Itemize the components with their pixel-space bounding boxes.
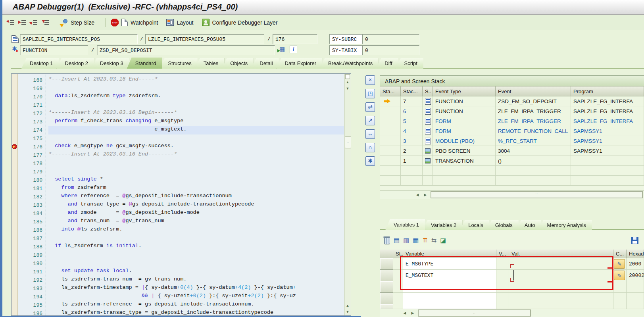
tab-script[interactable]: Script [396,58,423,69]
stack-program-cell[interactable]: SAPLZLE_FG_INTERFA [571,96,644,106]
link-tool-icon[interactable]: ∩ [365,143,375,152]
variable-name-cell[interactable] [403,293,496,304]
code-line[interactable]: if ls_zsdrefsrm is initial. [48,243,344,251]
scrollbar-thumb[interactable]: ∷ [418,310,531,316]
tab-standard[interactable]: Standard [127,58,162,69]
editor-vertical-scrollbar[interactable]: ▲ ▼ ∷ ▲ ▼ [344,74,351,315]
code-line[interactable]: from zsdrefsrm [48,184,344,193]
sy-subrc-value-field[interactable]: 0 [362,34,419,44]
swap-panes-icon[interactable]: ⇄ [365,102,375,112]
change-value-button[interactable]: ✎ [614,271,625,280]
code-line[interactable]: ls_zsdrefsrm-reference = gs_deposit_incl… [48,301,344,309]
scrollbar-track[interactable]: ∷ [431,191,643,198]
code-line[interactable]: check e_msgtype ne gcx_msgty-success. [48,143,344,151]
step-size-icon[interactable] [60,19,68,26]
copy-table-icon[interactable]: ▥ [403,236,409,244]
tab-variables-2[interactable]: Variables 2 [423,220,462,230]
scroll-up-icon[interactable]: ▲ [345,79,350,85]
fit-width-icon[interactable]: ↔ [365,129,375,139]
stack-column-header[interactable]: Event Type [433,86,496,96]
code-line[interactable] [48,134,344,143]
stack-program-cell[interactable]: SAPMSSY1 [571,136,644,146]
row-selector-button[interactable] [380,281,393,293]
compare-icon[interactable]: ⇈ [422,236,427,244]
step-return-icon[interactable] [29,19,38,26]
stack-event-cell[interactable]: 3004 [496,146,571,156]
program-field[interactable]: SAPLZLE_FG_INTERFACES_POS [20,34,138,44]
code-line[interactable]: ls_zsdrefsrm-timestamp = |{ sy-datum+0(4… [48,284,344,293]
services-icon[interactable]: ✱ [365,156,375,166]
tab-globals[interactable]: Globals [487,220,519,230]
code-line[interactable]: set update task local. [48,268,344,276]
step-size-button[interactable]: Step Size [71,19,94,26]
tab-desktop-1[interactable]: Desktop 1 [21,58,59,69]
stack-event-cell[interactable]: REMOTE_FUNCTION_CALL [496,126,571,136]
stack-event-cell[interactable]: ZSD_FM_SO_DEPOSIT [496,96,571,106]
value-cell[interactable] [509,270,613,281]
swap-icon[interactable]: ⇆ [431,236,436,244]
code-line[interactable]: into @ls_zsdrefsrm. [48,226,344,234]
sy-subrc-label-field[interactable]: SY-SUBRC [329,34,363,44]
code-editor[interactable]: 1681691701711721731741751761771781791801… [11,73,351,316]
stack-program-cell[interactable] [571,156,644,166]
tab-memory-analysis[interactable]: Memory Analysis [539,220,592,230]
stack-program-cell[interactable]: SAPMSSY1 [571,126,644,136]
delete-icon[interactable] [384,238,390,244]
continue-icon[interactable] [41,19,50,26]
event-name-field[interactable]: ZSD_FM_SO_DEPOSIT [97,45,275,55]
save-icon[interactable] [631,237,638,244]
watchpoint-button[interactable]: Watchpoint [131,19,158,26]
event-type-field[interactable]: FUNCTION [20,45,88,55]
tab-desktop-3[interactable]: Desktop 3 [92,58,129,69]
code-line[interactable] [48,85,344,93]
export-table-icon[interactable]: ▤ [394,236,400,244]
variables-column-header[interactable]: V... [496,250,509,258]
variable-name-cell[interactable] [403,281,496,293]
stack-event-cell[interactable]: () [496,156,571,166]
stack-column-header[interactable]: Program [571,86,644,96]
stack-row[interactable]: 1TRANSACTION() [380,156,644,166]
code-line-highlighted[interactable]: e_msgtext. [48,126,344,134]
code-line[interactable]: ls_zsdrefsrm-transac_type = gs_deposit_i… [48,309,344,316]
stack-program-cell[interactable]: SAPLZLE_FG_INTERFA [571,116,644,126]
code-line[interactable]: *------Insert At 2023.03.16 End--------* [48,151,344,159]
scroll-right-icon[interactable]: ▶ [421,192,429,198]
code-line[interactable] [48,259,344,268]
scroll-up-icon[interactable]: ▲ [345,303,350,308]
row-selector-button[interactable] [380,293,393,304]
scroll-left-icon[interactable]: ◀ [401,310,409,316]
scrollbar-thumb[interactable]: ∷ [431,192,642,198]
scroll-left-icon[interactable]: ◀ [413,192,421,198]
code-line[interactable]: and trans_num = @gv_trans_num [48,218,344,226]
include-field[interactable]: LZLE_FG_INTERFACES_POSU05 [145,34,264,44]
code-line[interactable] [48,101,344,110]
code-line[interactable]: *---Insert At 2023.03.16 End-----* [48,76,344,85]
stack-row[interactable]: 3MODULE (PBO)%_RFC_STARTSAPMSSY1 [380,136,644,146]
remove-rows-icon[interactable]: ▦ [413,236,419,244]
stack-program-cell[interactable]: SAPMSSY1 [571,146,644,156]
code-line[interactable]: perform f_check_trans changing e_msgtype [48,118,344,126]
code-line[interactable]: *------Insert At 2023.03.16 Begin------* [48,110,344,118]
code-text-area[interactable]: *---Insert At 2023.03.16 End-----* data:… [48,74,344,315]
scroll-right-icon[interactable]: ▶ [409,310,417,316]
step-over-icon[interactable] [18,19,27,26]
stack-program-cell[interactable]: SAPLZLE_FG_INTERFA [571,106,644,116]
tab-break-watchpoints[interactable]: Break./Watchpoints [320,58,379,69]
variable-name-cell[interactable]: E_MSGTYPE [403,258,496,270]
stack-row[interactable]: 5FORMZLE_FM_IRPA_TRIGGERSAPLZLE_FG_INTER… [380,116,644,126]
scrollbar-thumb[interactable]: ∷ [345,136,351,148]
stack-row[interactable]: 6FUNCTIONZLE_FM_IRPA_TRIGGERSAPLZLE_FG_I… [380,106,644,116]
row-selector-button[interactable] [380,270,393,281]
stack-row[interactable]: 4FORMREMOTE_FUNCTION_CALLSAPMSSY1 [380,126,644,136]
close-tool-icon[interactable]: × [365,75,375,85]
stack-column-header[interactable]: Stac... [401,86,423,96]
tab-auto[interactable]: Auto [516,220,541,230]
value-cell[interactable] [509,281,613,293]
line-number-field[interactable]: 176 [273,34,317,44]
variables-column-header[interactable] [380,250,393,258]
stack-row[interactable]: 2PBO SCREEN3004SAPMSSY1 [380,146,644,156]
scroll-down-icon[interactable]: ▼ [345,86,350,91]
variables-column-header[interactable]: Hexad [627,250,644,258]
variables-column-header[interactable]: St... [393,250,403,258]
code-line[interactable]: where reference = @gs_deposit_include-tr… [48,193,344,201]
